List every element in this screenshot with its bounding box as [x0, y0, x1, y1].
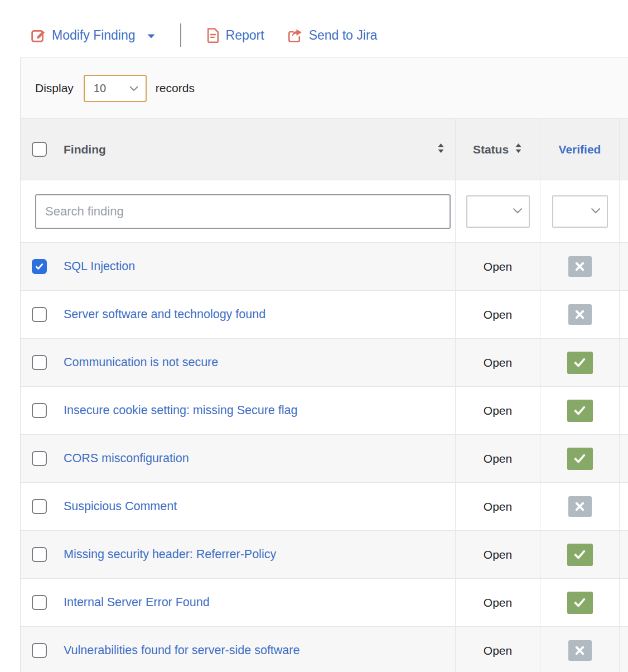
check-icon — [572, 595, 587, 610]
display-label: Display — [35, 81, 74, 95]
extra-cell — [620, 627, 628, 672]
edit-pencil-square-icon — [30, 27, 46, 44]
report-label: Report — [226, 28, 264, 43]
row-checkbox[interactable] — [32, 307, 47, 322]
verified-header-cell[interactable]: Verified — [540, 119, 620, 180]
extra-header-cell — [620, 119, 628, 180]
records-label: records — [156, 81, 195, 95]
sort-icon[interactable] — [437, 142, 445, 157]
row-checkbox[interactable] — [32, 547, 47, 562]
finding-column-header: Finding — [64, 143, 106, 156]
finding-link[interactable]: CORS misconfiguration — [64, 452, 189, 465]
status-value: Open — [456, 260, 540, 273]
finding-link[interactable]: Vulnerabilities found for server-side so… — [64, 644, 299, 657]
x-icon — [574, 309, 585, 320]
status-value: Open — [456, 500, 540, 513]
finding-link[interactable]: Server software and technology found — [64, 308, 265, 321]
extra-cell — [620, 483, 628, 530]
extra-cell — [620, 531, 628, 578]
verified-cell — [540, 243, 620, 290]
finding-link[interactable]: SQL Injection — [64, 260, 135, 273]
row-checkbox[interactable] — [32, 643, 47, 658]
share-arrow-icon — [287, 27, 303, 44]
status-value: Open — [456, 548, 540, 561]
table-row: Suspicious Comment Open — [21, 483, 628, 531]
table-row: Vulnerabilities found for server-side so… — [21, 627, 628, 672]
table-row: Missing security header: Referrer-Policy… — [21, 531, 628, 579]
status-cell: Open — [456, 387, 540, 434]
status-value: Open — [456, 308, 540, 321]
page-size-value: 10 — [94, 82, 106, 95]
modify-finding-button[interactable]: Modify Finding — [30, 27, 156, 44]
chevron-down-icon — [147, 33, 156, 39]
verified-cell — [540, 291, 620, 338]
finding-link[interactable]: Suspicious Comment — [64, 500, 177, 513]
extra-cell — [620, 579, 628, 626]
sort-icon[interactable] — [514, 142, 523, 157]
status-value: Open — [456, 356, 540, 369]
finding-cell: Insecure cookie setting: missing Secure … — [21, 387, 456, 434]
chevron-down-icon — [129, 82, 139, 95]
finding-cell: Suspicious Comment — [21, 483, 456, 530]
status-header-cell[interactable]: Status — [456, 119, 540, 180]
finding-link[interactable]: Insecure cookie setting: missing Secure … — [64, 404, 297, 417]
row-checkbox[interactable] — [32, 499, 47, 514]
table-row: CORS misconfiguration Open — [21, 435, 628, 483]
status-cell: Open — [456, 435, 540, 482]
table-header-row: Finding Status Verified — [21, 119, 628, 180]
extra-cell — [620, 387, 628, 434]
report-document-icon — [206, 27, 220, 44]
verified-cell — [540, 579, 620, 626]
finding-cell: Missing security header: Referrer-Policy — [21, 531, 456, 578]
check-icon — [572, 403, 587, 418]
status-filter-select[interactable] — [466, 195, 530, 228]
report-button[interactable]: Report — [206, 27, 264, 44]
verified-filter-cell — [540, 180, 620, 242]
table-row: Insecure cookie setting: missing Secure … — [21, 387, 628, 435]
status-cell: Open — [456, 627, 540, 672]
not-verified-badge[interactable] — [568, 304, 592, 325]
x-icon — [574, 501, 585, 512]
finding-header-cell[interactable]: Finding — [21, 119, 456, 180]
send-to-jira-button[interactable]: Send to Jira — [287, 27, 378, 44]
verified-badge[interactable] — [567, 448, 593, 470]
finding-cell: Server software and technology found — [21, 291, 456, 338]
row-checkbox[interactable] — [32, 451, 47, 466]
select-all-checkbox[interactable] — [32, 142, 47, 157]
verified-badge[interactable] — [567, 400, 593, 422]
status-value: Open — [456, 452, 540, 465]
toolbar-divider — [180, 23, 181, 47]
check-icon — [572, 451, 587, 466]
verified-filter-select[interactable] — [552, 195, 608, 228]
findings-toolbar: Modify Finding Report Send to Jira — [30, 25, 377, 46]
not-verified-badge[interactable] — [568, 640, 592, 661]
verified-cell — [540, 339, 620, 386]
search-finding-input[interactable] — [35, 194, 451, 229]
status-cell: Open — [456, 531, 540, 578]
page-size-select[interactable]: 10 — [84, 75, 147, 102]
verified-badge[interactable] — [567, 352, 593, 374]
status-cell: Open — [456, 339, 540, 386]
table-row: Internal Server Error Found Open — [21, 579, 628, 627]
finding-link[interactable]: Missing security header: Referrer-Policy — [64, 548, 276, 561]
not-verified-badge[interactable] — [568, 496, 592, 517]
row-checkbox[interactable] — [32, 403, 47, 418]
not-verified-badge[interactable] — [568, 256, 592, 277]
verified-cell — [540, 627, 620, 672]
table-filter-row — [21, 180, 628, 243]
finding-cell: Internal Server Error Found — [21, 579, 456, 626]
row-checkbox[interactable] — [32, 259, 47, 274]
table-body: SQL Injection Open Server software and t… — [21, 243, 628, 672]
finding-link[interactable]: Communication is not secure — [64, 356, 218, 369]
x-icon — [574, 645, 585, 656]
modify-finding-label: Modify Finding — [52, 28, 136, 43]
status-cell: Open — [456, 579, 540, 626]
status-cell: Open — [456, 291, 540, 338]
row-checkbox[interactable] — [32, 595, 47, 610]
findings-panel: Display 10 records Finding Status V — [20, 57, 628, 672]
verified-badge[interactable] — [567, 592, 593, 614]
verified-cell — [540, 435, 620, 482]
verified-badge[interactable] — [567, 544, 593, 566]
row-checkbox[interactable] — [32, 355, 47, 370]
finding-link[interactable]: Internal Server Error Found — [64, 596, 210, 609]
